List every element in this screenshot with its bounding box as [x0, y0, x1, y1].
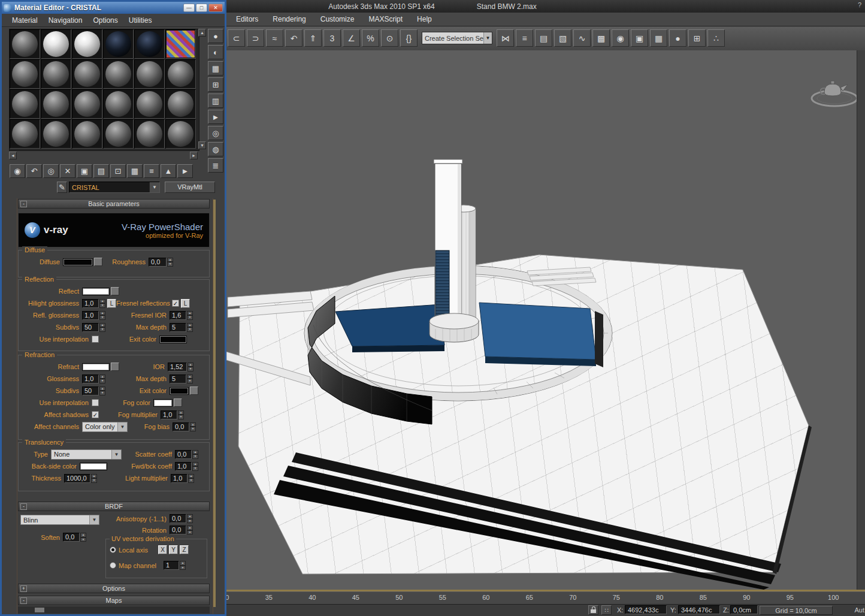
minimize-button[interactable]: — — [183, 4, 195, 12]
collapse-icon[interactable]: - — [20, 201, 27, 207]
axis-y-button[interactable]: Y — [169, 545, 178, 554]
menu-item[interactable]: Customize — [313, 15, 362, 23]
close-button[interactable]: ✕ — [208, 4, 223, 12]
selection-set-dropdown[interactable]: Create Selection Se▼ — [422, 32, 492, 44]
material-sample-slot[interactable] — [165, 119, 196, 149]
material-sample-slot[interactable] — [41, 89, 71, 119]
go-up-icon[interactable]: ⇑ — [304, 29, 322, 47]
refraction-max-depth-field[interactable]: 5 — [170, 375, 186, 384]
material-sample-slot[interactable] — [72, 59, 102, 89]
reflect-map-button[interactable] — [111, 287, 119, 295]
spinner[interactable]: ▲▼ — [187, 311, 193, 320]
refraction-subdivs-field[interactable]: 50 — [82, 386, 99, 395]
material-id-channel-icon[interactable]: ⊡ — [110, 164, 126, 178]
go-to-parent-icon[interactable]: ▲ — [161, 164, 176, 178]
spinner[interactable]: ▲▼ — [187, 323, 193, 332]
y-coord-field[interactable]: 3446,476c — [678, 605, 720, 614]
refl-glossiness-field[interactable]: 1,0 — [82, 311, 99, 320]
fresnel-reflections-checkbox[interactable]: ✓ — [172, 300, 179, 307]
fog-multiplier-field[interactable]: 1,0 — [161, 410, 177, 419]
diffuse-map-button[interactable] — [94, 258, 102, 266]
hilight-glossiness-field[interactable]: 1,0 — [82, 299, 99, 308]
spinner[interactable]: ▲▼ — [91, 474, 97, 483]
scroll-down-icon[interactable]: ▼ — [198, 141, 206, 149]
curve-editor-icon[interactable]: ∿ — [573, 29, 591, 47]
mirror-icon[interactable]: ⋈ — [497, 29, 514, 47]
backlight-icon[interactable]: ◐ — [208, 45, 223, 59]
material-sample-slot[interactable] — [10, 29, 40, 59]
rollout-basic-parameters[interactable]: - Basic parameters — [18, 199, 210, 209]
absolute-offset-icon[interactable]: ∷ — [601, 605, 612, 615]
get-material-icon[interactable]: ◉ — [10, 164, 25, 178]
schematic-view-icon[interactable]: ▩ — [592, 29, 610, 47]
map-channel-radio[interactable] — [110, 562, 116, 569]
render-setup-icon[interactable]: ▣ — [631, 29, 648, 47]
sample-type-icon[interactable]: ● — [208, 29, 223, 43]
lock-fresnel-button[interactable]: L — [181, 299, 190, 308]
material-editor-options-icon[interactable]: ◎ — [208, 126, 223, 140]
pick-material-eyedropper-icon[interactable]: ✎ — [57, 182, 67, 193]
affect-shadows-checkbox[interactable]: ✓ — [92, 411, 99, 418]
thickness-field[interactable]: 1000,0 — [64, 474, 90, 483]
material-sample-slot[interactable] — [165, 29, 196, 59]
help-icon[interactable]: ? — [858, 1, 861, 8]
reflection-exit-color-swatch[interactable] — [159, 336, 187, 343]
collapse-icon[interactable]: - — [20, 597, 27, 604]
graphite-ribbon-icon[interactable]: ▧ — [554, 29, 571, 47]
spinner[interactable]: ▲▼ — [180, 561, 186, 570]
light-multiplier-field[interactable]: 1,0 — [171, 474, 187, 483]
fwd-bck-coeff-field[interactable]: 1,0 — [175, 462, 192, 471]
collapse-icon[interactable]: - — [20, 503, 27, 510]
roughness-field[interactable]: 0,0 — [149, 258, 167, 267]
menu-item[interactable]: Help — [410, 15, 439, 23]
material-sample-slot[interactable] — [10, 119, 40, 149]
menu-item[interactable]: Navigation — [43, 16, 88, 25]
map-channel-field[interactable]: 1 — [164, 561, 179, 570]
parameters-scrollbar[interactable] — [213, 200, 216, 607]
lock-hilight-button[interactable]: L — [107, 299, 116, 308]
make-preview-icon[interactable]: ► — [208, 110, 223, 124]
snap-toggle-3d-icon[interactable]: 3 — [323, 29, 341, 47]
menu-item[interactable]: Options — [87, 16, 123, 25]
affect-channels-combo[interactable]: Color only▼ — [82, 422, 128, 432]
exit-color-map-button[interactable] — [190, 386, 198, 395]
rollout-brdf[interactable]: - BRDF — [18, 502, 210, 511]
array-tools-icon[interactable]: ⊞ — [688, 29, 706, 47]
material-sample-slot[interactable] — [165, 89, 196, 119]
material-sample-slot[interactable] — [103, 29, 134, 59]
menu-item[interactable]: Utilities — [123, 16, 158, 25]
align-icon[interactable]: ≡ — [516, 29, 533, 47]
layer-manager-icon[interactable]: ▤ — [535, 29, 552, 47]
spinner[interactable]: ▲▼ — [99, 311, 105, 320]
fog-color-map-button[interactable] — [174, 398, 182, 407]
refraction-exit-color-swatch[interactable] — [170, 387, 189, 395]
material-sample-slot[interactable] — [72, 29, 102, 59]
material-sample-slot[interactable] — [134, 119, 165, 149]
refract-color-swatch[interactable] — [82, 363, 110, 371]
soften-field[interactable]: 0,0 — [63, 533, 80, 542]
fog-color-swatch[interactable] — [153, 399, 173, 407]
reflection-interpolation-checkbox[interactable] — [92, 336, 99, 343]
material-sample-slot[interactable] — [134, 89, 165, 119]
spinner[interactable]: ▲▼ — [187, 514, 193, 523]
timeline-ruler[interactable]: 3035404550556065707580859095100 — [226, 591, 865, 604]
material-map-navigator-icon[interactable]: ≣ — [208, 158, 223, 173]
view-orientation-widget[interactable] — [812, 81, 857, 106]
menu-item[interactable]: Rendering — [265, 15, 313, 23]
axis-x-button[interactable]: X — [158, 545, 167, 554]
material-sample-slot[interactable] — [134, 29, 165, 59]
rotation-field[interactable]: 0,0 — [170, 526, 186, 535]
video-color-check-icon[interactable]: ▥ — [208, 93, 223, 108]
fresnel-ior-field[interactable]: 1,6 — [170, 311, 186, 320]
select-by-material-icon[interactable]: ◍ — [208, 142, 223, 156]
render-production-icon[interactable]: ● — [669, 29, 686, 47]
z-coord-field[interactable]: 0,0cm — [730, 605, 758, 614]
make-material-copy-icon[interactable]: ▣ — [77, 164, 92, 178]
refraction-glossiness-field[interactable]: 1,0 — [82, 375, 99, 384]
auto-key-label[interactable]: Aut — [854, 606, 864, 614]
rollout-maps[interactable]: - Maps — [18, 596, 210, 605]
scatter-coeff-field[interactable]: 0,0 — [175, 450, 192, 459]
material-sample-slot[interactable] — [134, 59, 165, 89]
material-sample-slot[interactable] — [10, 59, 40, 89]
material-name-combo[interactable]: CRISTAL▼ — [69, 182, 160, 193]
